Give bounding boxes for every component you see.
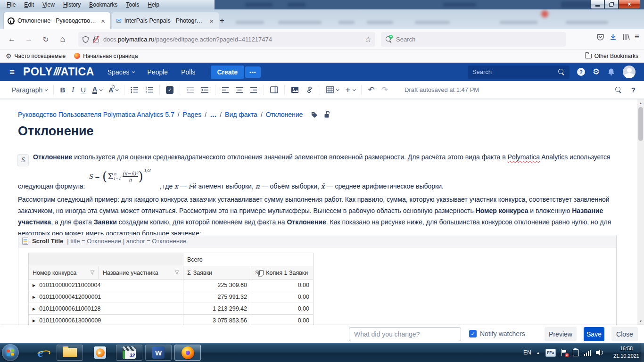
column-header-copy[interactable]: SКопия 1 Заявки: [251, 266, 314, 280]
polymatica-logo[interactable]: POLY///ATICA: [23, 66, 94, 78]
preview-button[interactable]: Preview: [545, 327, 577, 341]
notify-checkbox[interactable]: ✓: [469, 330, 477, 337]
table-row[interactable]: ▶0101100000611000128 1 213 299.42 0.00: [29, 303, 315, 315]
outdent-button[interactable]: [183, 83, 198, 97]
hamburger-menu-icon[interactable]: ≡: [635, 32, 639, 41]
help-icon[interactable]: ?: [577, 68, 585, 76]
menu-edit[interactable]: Edit: [20, 0, 38, 9]
editor-search-icon[interactable]: [615, 87, 622, 93]
column-header-number[interactable]: Номер конкурса: [28, 266, 99, 280]
save-button[interactable]: Save: [584, 327, 604, 341]
window-close-button[interactable]: ×: [619, 0, 640, 9]
menu-history[interactable]: History: [59, 0, 84, 9]
expand-icon[interactable]: ▶: [33, 307, 35, 311]
language-indicator[interactable]: EN: [523, 349, 531, 356]
editor-content[interactable]: Руководство Пользователя Polymatica Anal…: [0, 99, 637, 325]
taskbar-file-explorer[interactable]: [57, 345, 83, 361]
bookmark-home[interactable]: Начальная страница: [74, 53, 138, 59]
tab-deviation[interactable]: Отклонение - Руководство По ×: [4, 12, 110, 29]
site-search-input[interactable]: [472, 68, 558, 75]
tab-close-icon[interactable]: ×: [99, 17, 107, 25]
menu-tools[interactable]: Tools: [122, 0, 143, 9]
volume-icon[interactable]: [596, 349, 603, 356]
labels-tag-icon[interactable]: [311, 111, 318, 118]
more-formatting-dropdown[interactable]: A: [105, 83, 121, 97]
redo-button[interactable]: ↷: [378, 83, 391, 97]
expand-icon[interactable]: ▶: [33, 283, 35, 288]
taskbar-firefox[interactable]: [174, 345, 201, 361]
insert-more-dropdown[interactable]: +: [342, 83, 358, 97]
close-button[interactable]: Close: [611, 327, 638, 341]
show-desktop-button[interactable]: [641, 343, 644, 362]
bookmark-star-icon[interactable]: ☆: [365, 35, 372, 44]
library-icon[interactable]: [622, 33, 630, 41]
browser-search-bar[interactable]: +: [381, 32, 566, 47]
underline-button[interactable]: U: [77, 83, 89, 97]
text-color-dropdown[interactable]: A: [89, 83, 105, 97]
insert-image-button[interactable]: [288, 83, 302, 97]
insert-link-button[interactable]: [302, 83, 317, 97]
nav-polls[interactable]: Polls: [181, 68, 195, 76]
settings-gear-icon[interactable]: ⚙: [593, 67, 600, 77]
window-minimize-button[interactable]: [590, 0, 604, 9]
align-left-button[interactable]: [218, 83, 232, 97]
taskbar-clock[interactable]: 16:58 21.10.2021: [613, 345, 639, 360]
menu-bookmarks[interactable]: Bookmarks: [85, 0, 121, 9]
breadcrumb-fact-type[interactable]: Вид факта: [225, 111, 257, 118]
new-tab-button[interactable]: +: [220, 16, 224, 25]
language-bar-icon[interactable]: FFa: [545, 349, 556, 357]
tray-expand-icon[interactable]: ▲: [537, 351, 540, 355]
tab-close-icon[interactable]: ×: [208, 17, 215, 25]
downloads-icon[interactable]: [609, 33, 617, 41]
taskbar-media-player[interactable]: ▶: [87, 345, 113, 361]
site-search-bar[interactable]: [468, 66, 570, 79]
scroll-title-macro[interactable]: Scroll Title | title = Отклонение | anch…: [18, 235, 617, 325]
insecure-lock-icon[interactable]: [93, 36, 99, 43]
menu-file[interactable]: File: [3, 0, 19, 9]
expand-icon[interactable]: ▶: [33, 295, 35, 299]
user-avatar[interactable]: [623, 66, 636, 78]
expand-icon[interactable]: ▶: [33, 319, 35, 323]
other-bookmarks[interactable]: Other Bookmarks: [585, 53, 638, 59]
page-layout-button[interactable]: [267, 83, 281, 97]
content-scrollbar[interactable]: ▲ ▲: [637, 99, 644, 325]
nav-people[interactable]: People: [148, 68, 168, 76]
indent-button[interactable]: [198, 83, 212, 97]
create-button[interactable]: Create: [211, 66, 245, 79]
table-row[interactable]: ▶0101100000211000004 225 309.60 0.00: [29, 280, 315, 291]
table-row[interactable]: ▶0101100000613000009 3 075 853.56 0.00: [29, 315, 315, 325]
notifications-bell-icon[interactable]: [607, 68, 615, 76]
unlock-icon[interactable]: [324, 111, 330, 118]
taskbar-word[interactable]: W: [145, 345, 172, 361]
paragraph-style-dropdown[interactable]: Paragraph: [8, 83, 50, 97]
taskbar-internet-explorer[interactable]: e: [27, 345, 54, 361]
shield-permissions-icon[interactable]: [82, 36, 89, 43]
insert-table-dropdown[interactable]: [323, 83, 342, 97]
bold-button[interactable]: B: [57, 83, 68, 97]
editor-help-icon[interactable]: ?: [631, 86, 636, 94]
browser-search-input[interactable]: [396, 36, 537, 43]
scrollbar-thumb[interactable]: [638, 107, 643, 141]
version-comment-input[interactable]: [349, 327, 461, 341]
home-button[interactable]: ⌂: [56, 32, 70, 46]
bookmark-frequent[interactable]: ⚙ Часто посещаемые: [6, 52, 66, 60]
breadcrumb-ellipsis[interactable]: …: [210, 111, 216, 118]
forward-button[interactable]: →: [22, 32, 36, 46]
scroll-down-arrow[interactable]: ▲: [637, 319, 644, 325]
notify-watchers[interactable]: ✓ Notify watchers: [469, 330, 525, 337]
undo-button[interactable]: ↶: [364, 83, 378, 97]
url-bar[interactable]: docs.polymatica.ru/pages/editpage.action…: [78, 32, 375, 47]
window-restore-button[interactable]: [604, 0, 619, 9]
create-more-button[interactable]: •••: [245, 66, 261, 78]
reload-button[interactable]: ↻: [39, 32, 53, 46]
table-row[interactable]: ▶0101100000412000001 275 991.32 0.00: [29, 291, 315, 303]
breadcrumb-space[interactable]: Руководство Пользователя Polymatica Anal…: [18, 111, 174, 118]
site-menu-icon[interactable]: ≡: [9, 67, 15, 77]
bullet-list-button[interactable]: [127, 83, 142, 97]
network-signal-icon[interactable]: [584, 349, 591, 356]
column-header-zayavki[interactable]: ΣЗаявки: [183, 266, 251, 280]
pocket-icon[interactable]: [596, 33, 604, 41]
task-list-button[interactable]: ✓: [163, 83, 177, 97]
column-header-participant[interactable]: Название участника: [99, 266, 183, 280]
macro-header[interactable]: Scroll Title | title = Отклонение | anch…: [18, 235, 616, 247]
